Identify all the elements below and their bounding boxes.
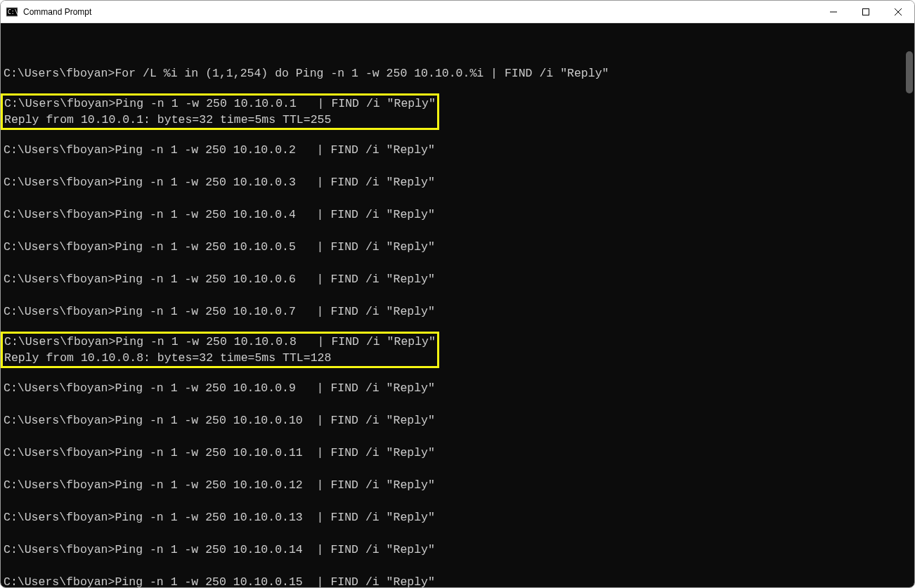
terminal-line: C:\Users\fboyan>Ping -n 1 -w 250 10.10.0… [4, 142, 914, 158]
command-line: C:\Users\fboyan>Ping -n 1 -w 250 10.10.0… [4, 380, 914, 396]
terminal-line: C:\Users\fboyan>Ping -n 1 -w 250 10.10.0… [4, 542, 914, 558]
highlight-annotation: C:\Users\fboyan>Ping -n 1 -w 250 10.10.0… [1, 93, 439, 130]
reply-line: Reply from 10.10.0.1: bytes=32 time=5ms … [4, 112, 436, 128]
terminal-line: C:\Users\fboyan>Ping -n 1 -w 250 10.10.0… [4, 412, 914, 429]
svg-text:C:\: C:\ [8, 9, 18, 15]
cmd-icon: C:\ [6, 6, 18, 18]
close-button[interactable] [882, 1, 914, 22]
terminal-line: C:\Users\fboyan>Ping -n 1 -w 250 10.10.0… [4, 380, 914, 396]
command-line: C:\Users\fboyan>Ping -n 1 -w 250 10.10.0… [4, 542, 914, 558]
terminal-line: C:\Users\fboyan>Ping -n 1 -w 250 10.10.0… [4, 574, 914, 587]
terminal-line: C:\Users\fboyan>Ping -n 1 -w 250 10.10.0… [4, 271, 914, 287]
maximize-button[interactable] [850, 1, 882, 22]
window-title: Command Prompt [23, 7, 817, 17]
svg-rect-3 [863, 8, 869, 15]
command-line: C:\Users\fboyan>Ping -n 1 -w 250 10.10.0… [4, 334, 436, 350]
command-line: C:\Users\fboyan>Ping -n 1 -w 250 10.10.0… [4, 445, 914, 461]
minimize-button[interactable] [817, 1, 850, 22]
terminal-area[interactable]: C:\Users\fboyan>For /L %i in (1,1,254) d… [1, 23, 914, 587]
scrollbar-thumb[interactable] [906, 51, 913, 93]
scrollbar[interactable] [904, 23, 913, 587]
command-line: C:\Users\fboyan>Ping -n 1 -w 250 10.10.0… [4, 303, 914, 320]
command-line: C:\Users\fboyan>For /L %i in (1,1,254) d… [4, 65, 914, 81]
titlebar[interactable]: C:\ Command Prompt [1, 1, 914, 23]
command-line: C:\Users\fboyan>Ping -n 1 -w 250 10.10.0… [4, 142, 914, 158]
command-line: C:\Users\fboyan>Ping -n 1 -w 250 10.10.0… [4, 509, 914, 525]
terminal-line: C:\Users\fboyan>Ping -n 1 -w 250 10.10.0… [4, 239, 914, 255]
terminal-line: C:\Users\fboyan>Ping -n 1 -w 250 10.10.0… [4, 207, 914, 223]
command-line: C:\Users\fboyan>Ping -n 1 -w 250 10.10.0… [4, 207, 914, 223]
command-line: C:\Users\fboyan>Ping -n 1 -w 250 10.10.0… [4, 174, 914, 190]
command-line: C:\Users\fboyan>Ping -n 1 -w 250 10.10.0… [4, 477, 914, 493]
terminal-line: C:\Users\fboyan>Ping -n 1 -w 250 10.10.0… [4, 303, 914, 320]
command-line: C:\Users\fboyan>Ping -n 1 -w 250 10.10.0… [4, 239, 914, 255]
terminal-line: C:\Users\fboyan>For /L %i in (1,1,254) d… [4, 65, 914, 81]
command-line: C:\Users\fboyan>Ping -n 1 -w 250 10.10.0… [4, 412, 914, 429]
highlight-annotation: C:\Users\fboyan>Ping -n 1 -w 250 10.10.0… [1, 332, 439, 368]
terminal-line: C:\Users\fboyan>Ping -n 1 -w 250 10.10.0… [4, 509, 914, 525]
command-line: C:\Users\fboyan>Ping -n 1 -w 250 10.10.0… [4, 271, 914, 287]
terminal-line: C:\Users\fboyan>Ping -n 1 -w 250 10.10.0… [4, 445, 914, 461]
command-line: C:\Users\fboyan>Ping -n 1 -w 250 10.10.0… [4, 574, 914, 587]
reply-line: Reply from 10.10.0.8: bytes=32 time=5ms … [4, 350, 436, 366]
terminal-line: C:\Users\fboyan>Ping -n 1 -w 250 10.10.0… [4, 174, 914, 190]
window-controls [817, 1, 914, 22]
terminal-content: C:\Users\fboyan>For /L %i in (1,1,254) d… [4, 65, 914, 587]
terminal-line: C:\Users\fboyan>Ping -n 1 -w 250 10.10.0… [4, 477, 914, 493]
command-line: C:\Users\fboyan>Ping -n 1 -w 250 10.10.0… [4, 96, 436, 112]
